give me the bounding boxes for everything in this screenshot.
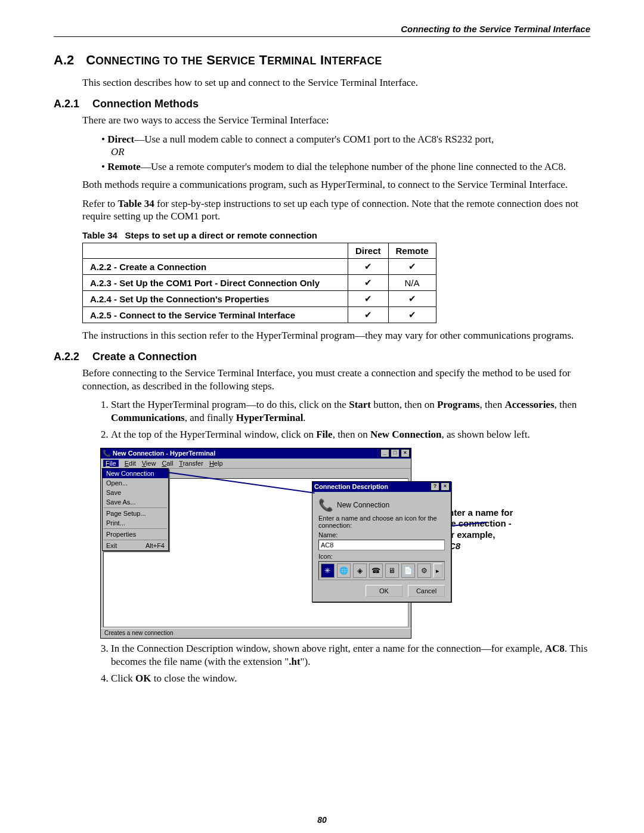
menuitem-save[interactable]: Save — [103, 488, 168, 497]
table-row: A.2.2 - Create a Connection ✔ ✔ — [83, 259, 436, 275]
heading-a22-number: A.2.2 — [54, 351, 89, 363]
table-row: A.2.5 - Connect to the Service Terminal … — [83, 307, 436, 323]
close-icon[interactable]: × — [441, 482, 450, 491]
telephone-icon: 📞 — [318, 498, 333, 512]
menu-edit[interactable]: Edit — [125, 460, 136, 467]
menuitem-save-as[interactable]: Save As... — [103, 497, 168, 507]
connection-description-dialog: Connection Description ? × 📞 New Connect… — [312, 481, 451, 602]
a21-p3: Refer to Table 34 for step-by-step instr… — [82, 197, 590, 224]
menu-transfer[interactable]: Transfer — [179, 460, 203, 467]
menu-help[interactable]: Help — [209, 460, 223, 467]
menuitem-exit[interactable]: ExitAlt+F4 — [103, 541, 168, 550]
cd-prompt: Enter a name and choose an icon for the … — [318, 515, 445, 529]
annotation: Enter a name for the connection - for ex… — [442, 507, 550, 552]
a21-p1: There are two ways to access the Service… — [82, 114, 590, 127]
heading-a21-number: A.2.1 — [54, 98, 89, 110]
menuitem-open[interactable]: Open... — [103, 478, 168, 488]
file-menu-dropdown: New Connection Open... Save Save As... P… — [102, 468, 169, 551]
step-2: At the top of the HyperTerminal window, … — [111, 428, 590, 441]
menuitem-new-connection[interactable]: New Connection — [103, 469, 168, 478]
ht-statusbar: Creates a new connection — [101, 628, 411, 638]
ht-title-text: 📞 New Connection - HyperTerminal — [103, 450, 215, 457]
cd-title-text: Connection Description — [314, 483, 388, 490]
step-3: In the Connection Description window, sh… — [111, 642, 590, 668]
conn-icon[interactable]: 🌐 — [337, 563, 351, 578]
menu-view[interactable]: View — [142, 460, 156, 467]
bullet-remote: Remote—Use a remote computer's modem to … — [101, 160, 590, 174]
ok-button[interactable]: OK — [366, 585, 402, 597]
running-header: Connecting to the Service Terminal Inter… — [54, 24, 590, 37]
a22-steps-cont: In the Connection Description window, sh… — [94, 642, 590, 685]
conn-icon[interactable]: ☎ — [369, 563, 383, 578]
conn-icon[interactable]: ✳ — [321, 563, 335, 578]
bullet-remote-text: —Use a remote computer's modem to dial t… — [141, 161, 566, 172]
menu-call[interactable]: Call — [162, 460, 173, 467]
a21-bullets: Direct—Use a null modem cable to connect… — [101, 133, 590, 174]
heading-a21-title: Connection Methods — [92, 98, 199, 110]
name-label: Name: — [318, 531, 445, 538]
cancel-button[interactable]: Cancel — [408, 585, 445, 597]
a22-intro: Before connecting to the Service Termina… — [82, 367, 590, 393]
screenshot-row: 📞 New Connection - HyperTerminal _ □ × F… — [100, 448, 590, 637]
cd-heading: New Connection — [337, 501, 389, 509]
icon-label: Icon: — [318, 553, 445, 560]
heading-a2-title: CONNECTING TO THE SERVICE TERMINAL INTER… — [86, 52, 382, 67]
scroll-right-icon[interactable]: ▸ — [434, 563, 442, 578]
heading-a2-number: A.2 — [54, 52, 82, 68]
table34-after: The instructions in this section refer t… — [82, 329, 590, 342]
table34-caption: Table 34 Steps to set up a direct or rem… — [82, 230, 590, 240]
heading-a21: A.2.1 Connection Methods — [54, 98, 590, 110]
table34: Direct Remote A.2.2 - Create a Connectio… — [82, 243, 436, 323]
menuitem-print[interactable]: Print... — [103, 518, 168, 528]
menuitem-page-setup[interactable]: Page Setup... — [103, 509, 168, 518]
minimize-icon[interactable]: _ — [380, 449, 389, 457]
a22-steps: Start the HyperTerminal program—to do th… — [94, 398, 590, 441]
bullet-direct-label: Direct — [107, 134, 134, 145]
maximize-icon[interactable]: □ — [391, 449, 400, 457]
ht-titlebar: 📞 New Connection - HyperTerminal _ □ × — [101, 448, 411, 459]
ht-menubar: File Edit View Call Transfer Help — [101, 459, 411, 469]
close-icon[interactable]: × — [401, 449, 410, 457]
heading-a22: A.2.2 Create a Connection — [54, 351, 590, 363]
step-4: Click OK to close the window. — [111, 672, 590, 685]
cd-titlebar: Connection Description ? × — [312, 482, 451, 492]
bullet-direct-or: OR — [111, 146, 125, 157]
bullet-remote-label: Remote — [107, 161, 141, 172]
help-icon[interactable]: ? — [431, 482, 439, 491]
table-row: A.2.4 - Set Up the Connection's Properti… — [83, 291, 436, 307]
a21-p2: Both methods require a communications pr… — [82, 178, 590, 191]
conn-icon[interactable]: 📄 — [401, 563, 415, 578]
conn-icon[interactable]: 🖥 — [385, 563, 399, 578]
step-1: Start the HyperTerminal program—to do th… — [111, 398, 590, 425]
menu-file[interactable]: File — [103, 460, 119, 467]
conn-icon[interactable]: ◈ — [353, 563, 367, 578]
menuitem-properties[interactable]: Properties — [103, 529, 168, 539]
page-number: 80 — [0, 815, 644, 825]
bullet-direct-text: —Use a null modem cable to connect a com… — [134, 134, 494, 145]
a2-intro: This section describes how to set up and… — [82, 76, 590, 89]
icon-picker[interactable]: ✳ 🌐 ◈ ☎ 🖥 📄 ⚙ ▸ — [318, 561, 445, 580]
heading-a2: A.2 CONNECTING TO THE SERVICE TERMINAL I… — [54, 52, 590, 68]
th-remote: Remote — [388, 243, 436, 259]
th-direct: Direct — [348, 243, 389, 259]
connection-name-input[interactable] — [318, 540, 445, 550]
conn-icon[interactable]: ⚙ — [417, 563, 431, 578]
heading-a22-title: Create a Connection — [92, 351, 197, 363]
bullet-direct: Direct—Use a null modem cable to connect… — [101, 133, 590, 159]
table-row: A.2.3 - Set Up the COM1 Port - Direct Co… — [83, 275, 436, 291]
